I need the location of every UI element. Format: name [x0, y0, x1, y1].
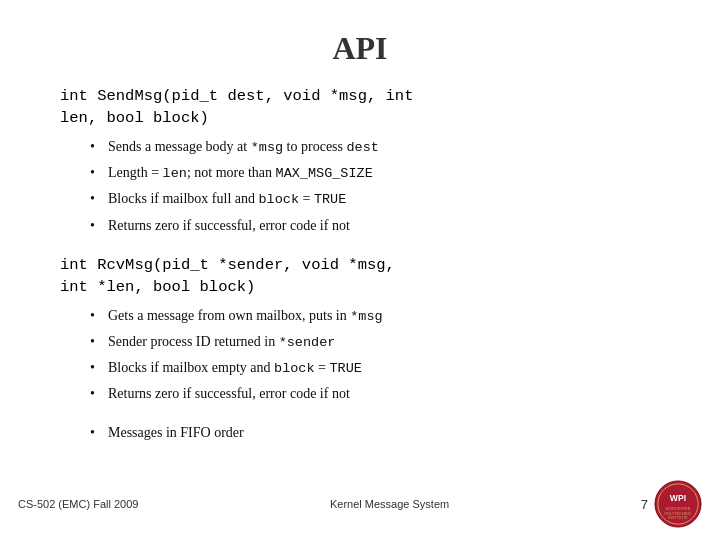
svg-text:WORCESTER: WORCESTER	[666, 507, 691, 511]
svg-text:POLYTECHNIC: POLYTECHNIC	[665, 512, 692, 516]
extra-bullet-list: Messages in FIFO order	[90, 422, 670, 443]
send-code-6: TRUE	[314, 192, 346, 207]
rcv-bullet-2: Sender process ID returned in *sender	[90, 331, 670, 353]
rcv-code-2: *sender	[279, 335, 336, 350]
rcv-bullet-3: Blocks if mailbox empty and block = TRUE	[90, 357, 670, 379]
send-bullet-2: Length = len; not more than MAX_MSG_SIZE	[90, 162, 670, 184]
rcv-bullet-1: Gets a message from own mailbox, puts in…	[90, 305, 670, 327]
slide: API int SendMsg(pid_t dest, void *msg, i…	[0, 0, 720, 540]
send-code-2: dest	[347, 140, 379, 155]
send-bullet-3: Blocks if mailbox full and block = TRUE	[90, 188, 670, 210]
rcv-bullet-4: Returns zero if successful, error code i…	[90, 383, 670, 404]
rcv-signature: int RcvMsg(pid_t *sender, void *msg, int…	[60, 254, 670, 299]
footer-right: 7 WPI WORCESTER POLYTECHNIC INSTITUTE	[641, 480, 702, 528]
wpi-logo: WPI WORCESTER POLYTECHNIC INSTITUTE	[654, 480, 702, 528]
send-bullet-1: Sends a message body at *msg to process …	[90, 136, 670, 158]
send-signature: int SendMsg(pid_t dest, void *msg, int l…	[60, 85, 670, 130]
extra-bullet-1: Messages in FIFO order	[90, 422, 670, 443]
send-code-3: len	[163, 166, 187, 181]
send-bullet-list: Sends a message body at *msg to process …	[90, 136, 670, 236]
send-code-4: MAX_MSG_SIZE	[276, 166, 373, 181]
rcv-code-3: block	[274, 361, 315, 376]
page-number: 7	[641, 497, 648, 512]
svg-text:WPI: WPI	[670, 493, 686, 503]
send-code-1: *msg	[251, 140, 283, 155]
send-code-5: block	[258, 192, 299, 207]
svg-text:INSTITUTE: INSTITUTE	[668, 516, 688, 520]
rcv-code-4: TRUE	[329, 361, 361, 376]
footer: CS-502 (EMC) Fall 2009 Kernel Message Sy…	[0, 480, 720, 528]
footer-left: CS-502 (EMC) Fall 2009	[18, 498, 138, 510]
rcv-code-1: *msg	[350, 309, 382, 324]
rcv-bullet-list: Gets a message from own mailbox, puts in…	[90, 305, 670, 405]
slide-title: API	[50, 30, 670, 67]
footer-center: Kernel Message System	[330, 498, 449, 510]
send-bullet-4: Returns zero if successful, error code i…	[90, 215, 670, 236]
